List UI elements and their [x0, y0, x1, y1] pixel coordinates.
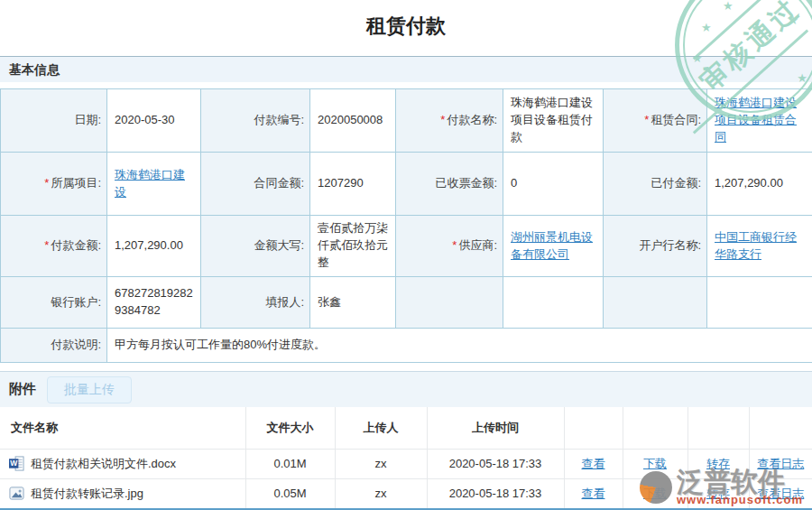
field-paid-amount-value: 1,207,290.00	[707, 153, 812, 216]
file-name-cell: 租赁付款转账记录.jpg	[0, 478, 245, 508]
field-payment-note-value: 甲方每月按认可工作量的80%付进度款。	[107, 329, 812, 363]
field-contract-amount-value: 1207290	[310, 153, 396, 216]
file-name-cell: W 租赁付款相关说明文件.docx	[0, 449, 245, 478]
field-payment-number-value: 2020050008	[310, 89, 396, 153]
action-log-cell: 查看日志	[749, 449, 812, 478]
column-uploader: 上传人	[335, 407, 427, 449]
required-mark: *	[644, 113, 649, 126]
field-contract-amount-label: 合同金额:	[201, 153, 310, 216]
required-mark: *	[440, 113, 445, 126]
word-file-icon: W	[9, 456, 24, 471]
field-date-label: 日期:	[1, 89, 107, 153]
file-time-cell: 2020-05-18 17:33	[427, 449, 564, 478]
empty-value-cell	[707, 277, 812, 329]
file-size-cell: 0.05M	[245, 478, 335, 508]
batch-upload-button[interactable]: 批量上传	[47, 376, 132, 403]
column-action-empty	[687, 407, 749, 449]
view-log-link[interactable]: 查看日志	[757, 487, 804, 500]
attachments-header-row: 文件名称 文件大小 上传人 上传时间	[0, 407, 812, 449]
page-title: 租赁付款	[0, 0, 812, 56]
file-uploader-cell: zx	[335, 478, 427, 508]
table-row: W 租赁付款相关说明文件.docx 0.01M zx 2020-05-18 17…	[0, 449, 812, 478]
attachments-section-title: 附件	[9, 381, 36, 398]
column-file-size: 文件大小	[245, 407, 335, 449]
field-payment-note-label: 付款说明:	[1, 329, 107, 363]
required-mark: *	[44, 176, 49, 190]
field-invoiced-amount-label: 已收票金额:	[396, 153, 503, 216]
field-paid-amount-label: 已付金额:	[604, 153, 707, 216]
file-name-text: 租赁付款相关说明文件.docx	[31, 456, 176, 472]
field-project-label: *所属项目:	[1, 153, 107, 216]
view-link[interactable]: 查看	[582, 487, 605, 500]
view-link[interactable]: 查看	[582, 457, 605, 470]
column-file-name: 文件名称	[0, 407, 245, 449]
basic-info-table: 日期: 2020-05-30 付款编号: 2020050008 *付款名称: 珠…	[0, 88, 812, 363]
action-view-cell: 查看	[564, 449, 623, 478]
field-preparer-value: 张鑫	[310, 277, 396, 329]
required-mark: *	[44, 238, 49, 252]
field-payment-amount-label: *付款金额:	[1, 216, 107, 277]
action-log-cell: 查看日志	[749, 478, 812, 508]
action-transfer-cell: 转存	[687, 449, 749, 478]
field-bank-account-label: 银行账户:	[1, 277, 107, 329]
column-action-empty	[749, 407, 812, 449]
field-amount-in-words-value: 壹佰贰拾万柒仟贰佰玖拾元整	[310, 216, 396, 277]
field-payment-name-label: *付款名称:	[396, 89, 503, 153]
attachments-section-bar: 附件 批量上传	[0, 371, 812, 407]
file-time-cell: 2020-05-18 17:33	[427, 478, 564, 508]
field-date-value: 2020-05-30	[107, 89, 201, 153]
required-mark: *	[452, 238, 457, 252]
attachments-table: 文件名称 文件大小 上传人 上传时间 W	[0, 407, 812, 508]
column-upload-time: 上传时间	[427, 407, 564, 449]
download-link[interactable]: 下载	[643, 487, 667, 500]
field-payment-name-value: 珠海鹤港口建设项目设备租赁付款	[503, 89, 604, 153]
field-bank-name-label: 开户行名称:	[604, 216, 707, 277]
bank-name-link[interactable]: 中国工商银行经华路支行	[715, 230, 797, 261]
field-project-value: 珠海鹤港口建设	[107, 153, 201, 216]
lease-contract-link[interactable]: 珠海鹤港口建设项目设备租赁合同	[715, 96, 797, 144]
action-download-cell: 下载	[623, 449, 687, 478]
field-lease-contract-value: 珠海鹤港口建设项目设备租赁合同	[707, 89, 812, 153]
empty-label-cell	[604, 277, 707, 329]
field-bank-name-value: 中国工商银行经华路支行	[707, 216, 812, 277]
action-view-cell: 查看	[564, 478, 623, 508]
action-transfer-cell: 转存	[687, 478, 749, 508]
transfer-link[interactable]: 转存	[706, 487, 730, 500]
field-invoiced-amount-value: 0	[503, 153, 604, 216]
column-action-empty	[564, 407, 623, 449]
field-preparer-label: 填报人:	[201, 277, 310, 329]
project-link[interactable]: 珠海鹤港口建设	[115, 168, 185, 199]
table-row: 租赁付款转账记录.jpg 0.05M zx 2020-05-18 17:33 查…	[0, 478, 812, 508]
field-bank-account-value: 6782728192829384782	[107, 277, 201, 329]
empty-label-cell	[396, 277, 503, 329]
column-action-empty	[623, 407, 687, 449]
file-size-cell: 0.01M	[245, 449, 335, 478]
action-download-cell: 下载	[623, 478, 687, 508]
supplier-link[interactable]: 湖州丽景机电设备有限公司	[511, 230, 593, 261]
field-payment-amount-value: 1,207,290.00	[107, 216, 201, 277]
field-payment-number-label: 付款编号:	[201, 89, 310, 153]
field-amount-in-words-label: 金额大写:	[201, 216, 310, 277]
field-supplier-value: 湖州丽景机电设备有限公司	[503, 216, 604, 277]
image-file-icon	[9, 486, 24, 501]
file-uploader-cell: zx	[335, 449, 427, 478]
svg-text:W: W	[10, 459, 18, 468]
empty-value-cell	[503, 277, 604, 329]
transfer-link[interactable]: 转存	[706, 457, 730, 470]
download-link[interactable]: 下载	[643, 457, 667, 470]
view-log-link[interactable]: 查看日志	[757, 457, 804, 470]
file-name-text: 租赁付款转账记录.jpg	[31, 486, 143, 502]
section-header-basic-info: 基本信息	[0, 56, 812, 82]
field-supplier-label: *供应商:	[396, 216, 503, 277]
field-lease-contract-label: *租赁合同:	[604, 89, 707, 153]
